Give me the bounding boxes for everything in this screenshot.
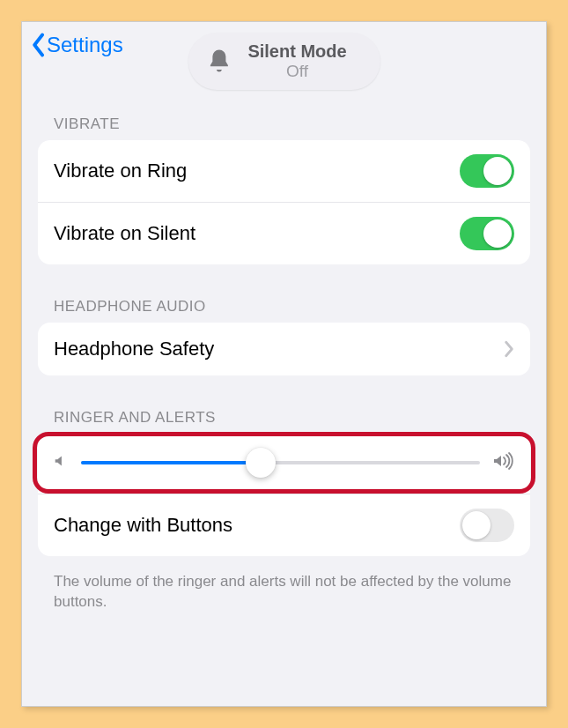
banner-text: Silent Mode Off — [247, 41, 346, 81]
banner-title: Silent Mode — [247, 41, 346, 62]
row-change-with-buttons[interactable]: Change with Buttons — [38, 494, 530, 556]
ringer-group: Change with Buttons — [38, 434, 530, 556]
vibrate-group: Vibrate on Ring Vibrate on Silent — [38, 140, 530, 264]
row-vibrate-on-ring[interactable]: Vibrate on Ring — [38, 140, 530, 202]
speaker-low-icon — [53, 453, 69, 472]
chevron-right-icon — [504, 340, 514, 358]
row-label: Vibrate on Silent — [54, 222, 195, 245]
section-header-vibrate: VIBRATE — [38, 115, 530, 140]
row-vibrate-on-silent[interactable]: Vibrate on Silent — [38, 202, 530, 264]
bell-icon — [205, 48, 232, 74]
toggle-vibrate-on-silent[interactable] — [460, 217, 514, 250]
row-label: Headphone Safety — [54, 338, 214, 360]
toggle-knob — [483, 157, 512, 185]
nav-bar: Settings Silent Mode Off — [22, 22, 546, 63]
row-headphone-safety[interactable]: Headphone Safety — [38, 323, 530, 375]
row-label: Change with Buttons — [54, 514, 232, 537]
back-button[interactable]: Settings — [31, 33, 123, 57]
toggle-change-with-buttons[interactable] — [460, 509, 514, 542]
headphone-group: Headphone Safety — [38, 323, 530, 375]
content: VIBRATE Vibrate on Ring Vibrate on Silen… — [22, 63, 546, 613]
volume-slider-row — [42, 440, 526, 486]
settings-screen: Settings Silent Mode Off VIBRATE Vibrate… — [21, 21, 547, 707]
section-header-ringer: RINGER AND ALERTS — [38, 409, 530, 434]
row-label: Vibrate on Ring — [54, 160, 187, 182]
ringer-footnote: The volume of the ringer and alerts will… — [38, 565, 530, 613]
toggle-knob — [483, 219, 512, 248]
banner-state: Off — [247, 62, 346, 81]
toggle-knob — [462, 511, 491, 539]
highlighted-slider-row — [33, 432, 535, 494]
section-header-headphone: HEADPHONE AUDIO — [38, 298, 530, 323]
silent-mode-banner: Silent Mode Off — [188, 33, 380, 90]
volume-slider[interactable] — [81, 461, 480, 464]
toggle-vibrate-on-ring[interactable] — [460, 154, 514, 188]
back-label: Settings — [47, 33, 123, 57]
speaker-high-icon — [492, 452, 515, 473]
slider-thumb[interactable] — [246, 448, 276, 478]
slider-fill — [81, 461, 261, 464]
chevron-left-icon — [31, 33, 45, 57]
